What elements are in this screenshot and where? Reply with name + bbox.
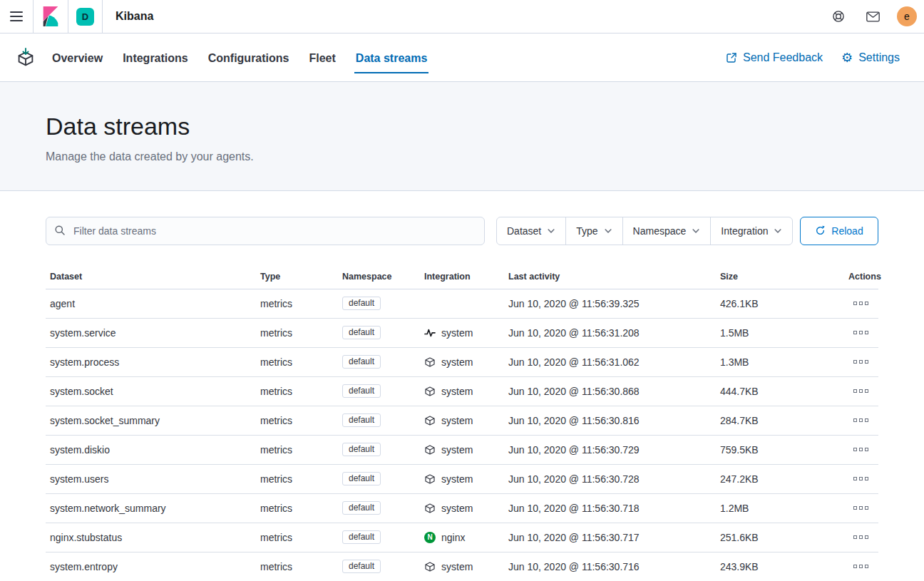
integration-name: system <box>441 386 473 397</box>
help-icon <box>832 10 845 23</box>
filter-dataset[interactable]: Dataset <box>497 217 566 245</box>
row-actions-button[interactable] <box>851 357 871 366</box>
integration-name: system <box>441 444 473 456</box>
integration-cell: N system <box>420 503 504 514</box>
filter-type[interactable]: Type <box>566 217 622 245</box>
type-cell: metrics <box>256 444 338 456</box>
send-feedback-link[interactable]: Send Feedback <box>726 51 823 64</box>
size-cell: 243.9KB <box>716 561 844 572</box>
row-actions-button[interactable] <box>851 328 871 337</box>
last-activity-cell: Jun 10, 2020 @ 11:56:30.718 <box>504 503 716 514</box>
type-cell: metrics <box>256 386 338 397</box>
col-size: Size <box>716 272 844 282</box>
integration-name: system <box>441 356 473 368</box>
last-activity-cell: Jun 10, 2020 @ 11:56:39.325 <box>504 298 716 309</box>
filter-dataset-label: Dataset <box>507 225 541 237</box>
actions-cell <box>846 474 878 483</box>
integration-name: system <box>441 473 473 485</box>
filter-bar: Dataset Type Namespace Integration Reloa… <box>46 217 878 245</box>
nav-tabs: Overview Integrations Configurations Fle… <box>51 34 428 81</box>
menu-icon[interactable] <box>0 0 34 33</box>
dataset-cell: system.users <box>46 473 256 485</box>
size-cell: 444.7KB <box>716 386 844 397</box>
dataset-cell: system.network_summary <box>46 503 256 514</box>
package-icon <box>424 503 436 514</box>
actions-cell <box>846 503 878 513</box>
filter-namespace[interactable]: Namespace <box>623 217 712 245</box>
tab-integrations[interactable]: Integrations <box>121 34 190 73</box>
last-activity-cell: Jun 10, 2020 @ 11:56:30.816 <box>504 415 716 426</box>
newsfeed-button[interactable] <box>856 0 890 33</box>
tab-configurations[interactable]: Configurations <box>207 34 291 73</box>
namespace-cell: default <box>338 501 420 515</box>
col-type: Type <box>256 272 338 282</box>
actions-cell <box>846 299 878 308</box>
size-cell: 426.1KB <box>716 298 844 309</box>
namespace-badge: default <box>342 355 381 369</box>
col-last-activity: Last activity <box>504 272 716 282</box>
namespace-badge: default <box>342 472 381 485</box>
actions-cell <box>846 328 878 337</box>
kibana-logo[interactable] <box>34 0 68 33</box>
row-actions-button[interactable] <box>851 299 871 308</box>
row-actions-button[interactable] <box>851 503 871 513</box>
filter-namespace-label: Namespace <box>633 225 687 237</box>
integration-name: system <box>441 561 473 572</box>
help-button[interactable] <box>821 0 856 33</box>
space-switcher[interactable]: D <box>68 0 103 33</box>
top-bar: D Kibana e <box>0 0 924 34</box>
integration-cell: N system <box>420 561 504 572</box>
refresh-icon <box>815 225 826 236</box>
row-actions-button[interactable] <box>851 445 871 454</box>
col-namespace: Namespace <box>338 272 420 282</box>
user-menu[interactable]: e <box>890 0 924 33</box>
namespace-badge: default <box>342 530 381 544</box>
package-icon <box>424 473 436 485</box>
actions-cell <box>846 386 878 396</box>
row-actions-button[interactable] <box>851 562 871 571</box>
size-cell: 1.3MB <box>716 356 844 368</box>
table-row: system.users metrics default N system Ju… <box>46 465 878 494</box>
mail-icon <box>866 11 880 22</box>
tab-overview[interactable]: Overview <box>51 34 104 73</box>
dataset-cell: system.process <box>46 356 256 368</box>
last-activity-cell: Jun 10, 2020 @ 11:56:30.729 <box>504 444 716 456</box>
search-box <box>46 217 485 245</box>
user-avatar: e <box>897 6 917 26</box>
row-actions-button[interactable] <box>851 533 871 542</box>
integration-cell: N nginx <box>420 532 504 543</box>
table-row: system.socket_summary metrics default N … <box>46 406 878 436</box>
reload-button[interactable]: Reload <box>800 217 878 245</box>
col-integration: Integration <box>420 272 504 282</box>
settings-link[interactable]: ⚙ Settings <box>841 51 900 64</box>
namespace-cell: default <box>338 297 420 310</box>
last-activity-cell: Jun 10, 2020 @ 11:56:30.717 <box>504 532 716 543</box>
row-actions-button[interactable] <box>851 386 871 396</box>
table-row: system.process metrics default N system … <box>46 348 878 377</box>
row-actions-button[interactable] <box>851 416 871 425</box>
table-row: nginx.stubstatus metrics default N nginx… <box>46 523 878 552</box>
size-cell: 251.6KB <box>716 532 844 543</box>
row-actions-button[interactable] <box>851 474 871 483</box>
table-row: system.socket metrics default N system J… <box>46 377 878 406</box>
tab-fleet[interactable]: Fleet <box>307 34 337 73</box>
integration-name: system <box>441 415 473 426</box>
search-icon <box>54 225 66 236</box>
actions-cell <box>846 357 878 366</box>
integration-cell: N system <box>420 473 504 485</box>
tab-data-streams[interactable]: Data streams <box>354 34 429 73</box>
search-input[interactable] <box>46 217 485 245</box>
actions-cell <box>846 533 878 542</box>
filter-integration[interactable]: Integration <box>711 217 792 245</box>
integration-cell: N system <box>420 356 504 368</box>
gear-icon: ⚙ <box>841 51 853 64</box>
namespace-cell: default <box>338 384 420 398</box>
namespace-badge: default <box>342 384 381 398</box>
actions-cell <box>846 562 878 571</box>
breadcrumb: Kibana <box>103 0 166 33</box>
chevron-down-icon <box>774 227 782 235</box>
type-cell: metrics <box>256 532 338 543</box>
dataset-cell: system.service <box>46 327 256 339</box>
dataset-cell: system.socket_summary <box>46 415 256 426</box>
col-actions: Actions <box>844 272 887 282</box>
